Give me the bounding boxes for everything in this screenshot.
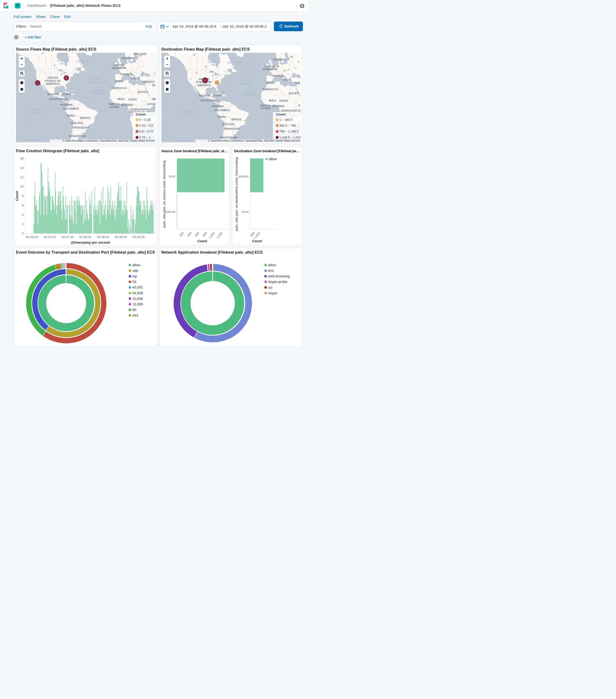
svg-text:© OpenStreetMap contributors,: © OpenStreetMap contributors, OpenMapTil… [63,139,155,142]
svg-text:800: 800 [202,232,207,237]
svg-text:00:37:00: 00:37:00 [43,235,56,239]
svg-text:0.75 – 1: 0.75 – 1 [139,135,150,139]
svg-text:Count: Count [252,239,262,243]
svg-text:palo_alto.pan_os.source.zone:: palo_alto.pan_os.source.zone: Descending [162,161,166,228]
svg-text:trust: trust [242,210,249,213]
svg-text:untrust: untrust [238,174,249,178]
svg-text:0.5 – 0.75: 0.5 – 0.75 [139,130,153,133]
svg-text:2: 2 [22,222,24,226]
svg-text:54,859: 54,859 [132,291,143,295]
svg-text:0.25 – 0.5: 0.25 – 0.5 [139,124,153,127]
svg-text:13,069: 13,069 [132,302,143,306]
svg-text:00:36:30: 00:36:30 [26,235,38,239]
svg-text:10,056: 10,056 [132,297,143,301]
svg-text:1,000: 1,000 [253,232,261,239]
svg-text:1,000: 1,000 [208,232,215,239]
svg-text:Count: Count [15,191,19,201]
svg-text:Count: Count [198,239,207,243]
svg-text:web-browsing: web-browsing [268,274,290,278]
svg-text:trust: trust [169,174,175,178]
svg-text:skype-probe: skype-probe [268,280,287,283]
svg-text:00:38:00: 00:38:00 [79,235,92,239]
svg-text:skype: skype [268,291,277,295]
svg-text:@timestamp per second: @timestamp per second [71,241,110,245]
svg-text:10: 10 [20,185,24,188]
svg-text:0 – 0.25: 0 – 0.25 [139,118,150,121]
svg-text:tcp: tcp [132,274,137,278]
svg-text:udp: udp [132,269,138,273]
svg-text:80: 80 [132,308,136,312]
svg-text:palo_alto.pan_os.destination.z: palo_alto.pan_os.destination.zone: Desce… [235,157,238,231]
svg-text:FINLAND: FINLAND [134,53,146,55]
svg-text:200: 200 [179,232,185,237]
svg-text:© OpenStreetMap contributors,: © OpenStreetMap contributors, OpenMapTil… [208,139,300,142]
svg-text:00:39:30: 00:39:30 [132,235,145,239]
svg-text:12: 12 [20,175,24,179]
svg-text:4: 4 [22,213,24,216]
svg-text:1 – 383.5: 1 – 383.5 [279,118,292,121]
svg-text:Count: Count [276,113,285,116]
svg-text:53: 53 [132,280,136,283]
svg-text:1,200: 1,200 [216,232,223,239]
svg-text:766 – 1,148.5: 766 – 1,148.5 [279,130,298,133]
svg-text:40,001: 40,001 [132,285,143,289]
svg-text:6: 6 [22,203,24,207]
svg-text:ka: ka [25,60,28,63]
svg-text:Count: Count [136,113,145,116]
svg-text:600: 600 [194,232,200,237]
svg-text:allow: allow [268,263,276,267]
svg-text:400: 400 [187,232,192,237]
svg-text:383.5 – 766: 383.5 – 766 [279,124,296,127]
svg-text:dns: dns [268,269,273,273]
svg-text:00:39:00: 00:39:00 [115,235,127,239]
svg-text:0: 0 [22,232,24,235]
svg-text:allow: allow [269,157,277,161]
svg-text:untrust: untrust [165,210,175,213]
svg-text:ssl: ssl [268,285,272,289]
svg-text:14: 14 [20,166,24,170]
svg-text:16: 16 [20,157,24,160]
svg-text:allow: allow [132,263,140,267]
svg-text:443: 443 [132,314,138,317]
svg-text:00:38:30: 00:38:30 [97,235,109,239]
svg-text:1,148.5 – 1,531: 1,148.5 – 1,531 [279,135,300,139]
svg-text:00:37:30: 00:37:30 [62,235,74,239]
svg-text:8: 8 [22,194,24,198]
